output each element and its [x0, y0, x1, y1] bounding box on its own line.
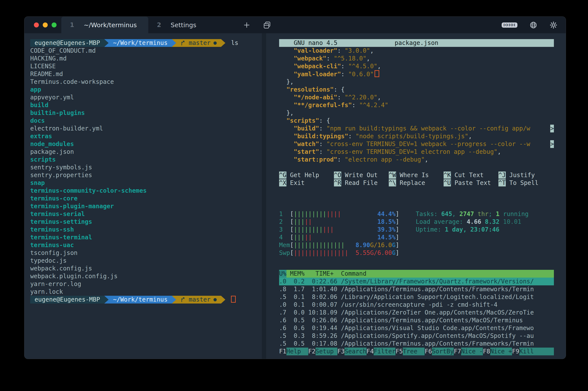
traffic-lights	[34, 22, 57, 27]
split-duplicate-button[interactable]	[263, 21, 271, 29]
prompt-path-segment: ~/Work/terminus	[109, 39, 172, 47]
file-entry: build	[30, 101, 262, 109]
terminal-pane-left[interactable]: eugene@Eugenes-MBP~/Work/terminusmasterl…	[30, 39, 262, 355]
nano-line: "watch": "cross-env TERMINUS_DEV=1 webpa…	[279, 140, 554, 148]
meter-row: 4 [|||||14.5%]	[279, 233, 554, 241]
nano-line: "build": "npm run build:typings && webpa…	[279, 125, 554, 132]
minimize-window-button[interactable]	[43, 22, 48, 27]
meter-value: 18.5%	[377, 218, 395, 226]
htop-function-key-bar: F1Help F2Setup F3SearchF4FilterF5Tree F6…	[279, 348, 554, 355]
file-entry: LICENSE	[30, 62, 262, 70]
fkey-label: F9	[512, 348, 519, 355]
fkey-action: Tree	[403, 348, 425, 355]
meter-label: 4	[279, 233, 290, 241]
file-entry: yarn.lock	[30, 288, 262, 296]
nano-shortcut: ^J Justify	[498, 171, 553, 179]
meter-value: 5.55G/6.00G	[356, 249, 395, 257]
file-entry: terminus-serial	[30, 210, 262, 218]
htop-stats: Tasks: 645, 2747 thr; 1 runningLoad aver…	[416, 210, 529, 233]
process-row: .7 0.0 10:18.09 /Applications/ZeroTier O…	[279, 309, 554, 316]
nano-filename: package.json	[395, 39, 438, 47]
meter-bar: |||||||||||||||5.55G/6.00G	[294, 249, 395, 257]
prompt-user-segment: eugene@Eugenes-MBP	[30, 39, 104, 47]
file-entry: package.json	[30, 148, 262, 156]
file-entry: docs	[30, 117, 262, 125]
globe-button[interactable]	[529, 21, 537, 29]
file-entry: terminus-plugin-manager	[30, 202, 262, 210]
terminal-cursor	[231, 296, 236, 303]
nano-shortcut: ^X Exit	[279, 179, 334, 187]
nano-line: },	[279, 109, 554, 117]
terminus-window: 1 ~/Work/terminus 2 Settings	[24, 17, 566, 359]
powerline-arrow-icon	[104, 39, 109, 47]
fkey-action: Help	[287, 348, 308, 355]
process-row: .0 0.1 0:00.07 /usr/sbin/screencapture -…	[279, 301, 554, 309]
fkey-action: SortBy	[432, 348, 454, 355]
nano-app-version: GNU nano 4.5	[287, 39, 337, 46]
file-entry: webpack.plugin.config.js	[30, 272, 262, 280]
tab-index: 2	[157, 21, 161, 28]
meter-bar: |||||||||||||44.4%	[294, 210, 395, 218]
close-window-button[interactable]	[34, 22, 39, 27]
file-entry: terminus-ssh	[30, 226, 262, 233]
meter-bar: |||||||||||39.3%	[294, 226, 395, 233]
meter-bar: |||||14.5%	[294, 233, 395, 241]
file-entry: electron-builder.yml	[30, 125, 262, 132]
prompt-user-segment: eugene@Eugenes-MBP	[30, 296, 104, 303]
nano-cursor	[374, 70, 379, 77]
file-entry: scripts	[30, 156, 262, 164]
powerline-arrow-icon	[221, 296, 225, 303]
prompt-path-segment: ~/Work/terminus	[109, 296, 172, 303]
powerline-arrow-icon	[104, 296, 109, 303]
process-table-header: U% MEM% TIME+ Command	[279, 270, 554, 278]
nano-shortcut: ^R Read File	[334, 179, 389, 187]
zoom-window-button[interactable]	[52, 22, 57, 27]
fkey-action: Nice +	[490, 348, 512, 355]
process-row: .6 0.5 0:26.06 /Applications/Terminus.ap…	[279, 316, 554, 324]
nano-line: "webpack-cli": "^4.5.0",	[279, 62, 554, 70]
settings-gear-button[interactable]	[549, 21, 558, 29]
typed-command: ls	[231, 39, 238, 47]
nano-line: "scripts": {	[279, 117, 554, 125]
fkey-action: Search	[345, 348, 366, 355]
nano-line: "resolutions": {	[279, 86, 554, 94]
git-status-dot-icon	[214, 41, 217, 45]
file-entry: sentry.properties	[30, 171, 262, 179]
file-entry: typedoc.js	[30, 257, 262, 265]
serial-keyboard-button[interactable]: IOIOI	[502, 22, 517, 28]
nano-line: "**/graceful-fs": "^4.2.4"	[279, 101, 554, 109]
file-entry: webpack.config.js	[30, 265, 262, 272]
terminal-pane-right[interactable]: GNU nano 4.5package.json "val-loader": "…	[279, 39, 554, 357]
git-branch-icon	[180, 297, 186, 302]
htop-stat-line: Load average: 4.66 8.32 10.01	[416, 218, 529, 226]
fkey-label: F1	[279, 348, 287, 355]
fkey-label: F2	[308, 348, 316, 355]
tab-settings[interactable]: 2 Settings	[148, 17, 235, 33]
serial-keyboard-icon: IOIOI	[502, 22, 517, 28]
globe-icon	[529, 21, 537, 29]
table-column-headers: MEM% TIME+ Command	[287, 270, 554, 278]
line-continuation-marker: >	[550, 125, 554, 132]
nano-buffer: "val-loader": "3.0.0", "webpack": "^5.18…	[279, 47, 554, 164]
file-entry: terminus-uac	[30, 241, 262, 249]
new-tab-button[interactable]	[243, 21, 251, 29]
file-entry: terminus-community-color-schemes	[30, 187, 262, 195]
title-bar: 1 ~/Work/terminus 2 Settings	[24, 17, 566, 33]
file-entry: CODE_OF_CONDUCT.md	[30, 47, 262, 55]
nano-line: },	[279, 78, 554, 86]
meter-value: 14.5%	[377, 233, 395, 241]
pane-divider[interactable]	[262, 33, 266, 359]
meter-label: 2	[279, 218, 290, 226]
tab-title: ~/Work/terminus	[83, 21, 137, 29]
prompt-git-segment: master	[176, 296, 221, 303]
powerline-arrow-icon	[172, 39, 176, 47]
meter-label: 3	[279, 226, 290, 233]
htop-stat-line: Tasks: 645, 2747 thr; 1 running	[416, 210, 529, 218]
nano-line: "start:prod": "electron app --debug",	[279, 156, 554, 164]
file-entry: yarn-error.log	[30, 280, 262, 288]
line-continuation-marker: >	[550, 140, 554, 148]
tab-work-terminus[interactable]: 1 ~/Work/terminus	[61, 17, 148, 33]
fkey-label: F4	[367, 348, 374, 355]
meter-value: 39.3%	[377, 226, 395, 233]
fkey-label: F6	[425, 348, 432, 355]
